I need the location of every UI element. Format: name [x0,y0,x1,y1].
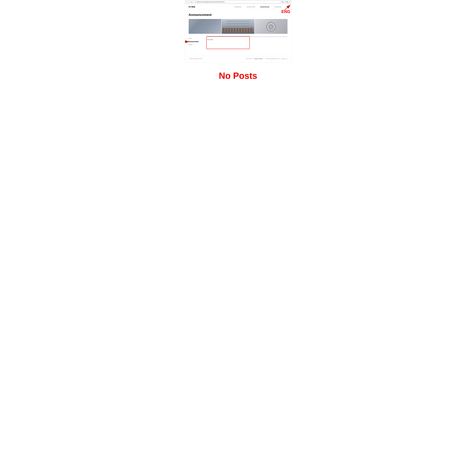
lock-icon: 🔒 [195,1,196,2]
nav-company[interactable]: COMPANY [234,6,242,8]
no-posts-message: No Posts [207,37,288,42]
footer-cookie-policy[interactable]: Cookie Policy [246,58,252,59]
sidebar-item-notice[interactable]: Notice [189,43,204,46]
site-logo[interactable]: HYBE [189,6,195,8]
page-title: Announcement [189,13,288,17]
address-bar[interactable]: 🔒 hybecorp.com/eng/news/announcements/co… [193,0,280,3]
back-button[interactable]: ← [186,1,188,3]
site-header: HYBE COMPANY INVESTORS NEWSROOM CAREERS … [185,4,291,10]
footer-div-3: | [280,58,281,59]
footer-related-link[interactable]: Related Link [281,58,287,59]
zoom-button[interactable]: 🔍 [281,1,284,3]
footer-whistleblowing[interactable]: HYBE Whistleblowing Center [266,58,279,59]
footer-privacy-policy[interactable]: Privacy & Policy [254,58,263,59]
forward-button[interactable]: → [188,1,190,3]
reload-button[interactable]: ↻ [191,1,193,3]
nav-investors[interactable]: INVESTORS [247,6,255,8]
bookmark-button[interactable]: ☆ [284,1,286,3]
content-area: Press Announcement Notice No Posts [189,37,288,46]
footer-copyright: © HYBE. All Rights Reserved [189,58,203,59]
extensions-button[interactable]: ■ [287,1,288,3]
sidebar: Press Announcement Notice [189,37,204,46]
banner-panel-1 [189,19,221,34]
banner-panel-3 [254,19,287,34]
svg-line-1 [285,5,290,10]
banner-panel-2 [221,19,254,34]
url-text: hybecorp.com/eng/news/announcements/cont… [197,1,225,2]
sidebar-item-announcement[interactable]: Announcement [189,40,204,43]
content-list: No Posts [207,37,288,42]
browser-nav: ← → ↻ [186,1,193,3]
site-nav: COMPANY INVESTORS NEWSROOM CAREERS [234,6,281,8]
browser-chrome: ← → ↻ 🔒 hybecorp.com/eng/news/announceme… [185,0,291,4]
main-content: Announcement Press Announcement [185,10,291,52]
banner-image [189,19,288,34]
eng-annotation: ENG [281,9,290,14]
content-wrapper: No Posts [207,37,288,46]
annotation-section: No Posts [185,63,291,87]
website: ENG HYBE COMPANY INVESTORS NEWSROOM CARE… [185,4,291,63]
footer-dot: · [263,58,264,59]
sidebar-item-press[interactable]: Press [189,37,204,40]
footer-div-1: | [253,58,253,59]
site-footer: © HYBE. All Rights Reserved Cookie Polic… [185,56,291,61]
eng-arrow-svg [279,4,291,11]
sidebar-arrow-svg [185,40,190,43]
big-no-posts-annotation: No Posts [185,65,291,85]
nav-newsroom[interactable]: NEWSROOM [260,6,269,8]
footer-links: Cookie Policy | Privacy & Policy · | HYB… [246,58,288,59]
browser-actions: 🔍 ☆ ■ ⋮ [281,1,290,3]
footer-div-2: | [264,58,265,59]
menu-button[interactable]: ⋮ [289,1,290,3]
